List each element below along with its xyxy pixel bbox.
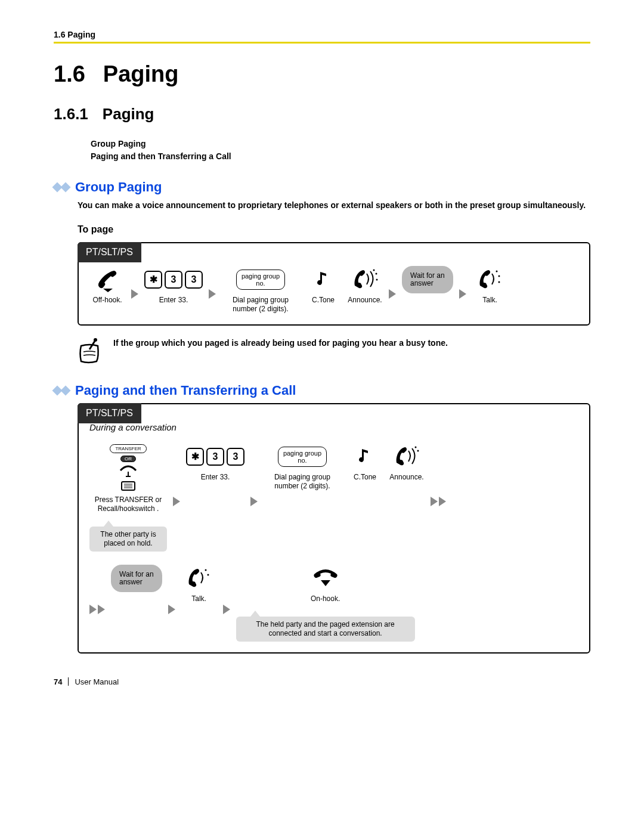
subsection-heading: 1.6.1 Paging [54, 105, 590, 123]
or-badge: OR [120, 456, 136, 462]
step-offhook: Off-hook. [89, 267, 125, 305]
music-note-icon [317, 267, 330, 292]
step-wait: Wait for an answer [402, 267, 453, 296]
step-ctone: C.Tone [305, 267, 341, 305]
svg-point-5 [498, 281, 500, 283]
step-onhook-label: On-hook. [311, 594, 340, 603]
section-title: Paging [103, 61, 179, 87]
svg-point-4 [498, 275, 500, 277]
svg-point-9 [417, 450, 419, 451]
key-3b: 3 [185, 271, 203, 289]
arrow-icon [459, 289, 466, 299]
step-press-label: Press TRANSFER or Recall/hookswitch . [89, 496, 167, 513]
transfer-heading: Paging and then Transferring a Call [54, 383, 590, 398]
header-crumb: 1.6 Paging [54, 30, 590, 44]
callout-connected: The held party and the paged extension a… [236, 617, 415, 642]
to-page-label: To page [78, 224, 590, 235]
arrow-icon [173, 497, 180, 506]
hookswitch-icon [118, 465, 138, 478]
page-footer: 74 User Manual [54, 677, 590, 686]
svg-point-11 [207, 574, 209, 575]
step-talk-label-2: Talk. [191, 594, 206, 603]
step-dial-group-2: paging group no. Dial paging group numbe… [264, 444, 341, 491]
arrow-icon [131, 289, 138, 299]
arrow-icon [168, 605, 175, 614]
handset-speak-icon [393, 444, 420, 469]
subsection-number: 1.6.1 [54, 105, 88, 123]
step-wait-2: Wait for an answer [111, 566, 162, 591]
arrow-icon [209, 289, 216, 299]
svg-point-8 [415, 446, 417, 448]
step-talk-2: Talk. [181, 566, 217, 603]
step-announce: Announce. [347, 267, 383, 305]
group-paging-title: Group Paging [75, 179, 162, 195]
step-enter-label: Enter 33. [159, 296, 188, 305]
toc: Group Paging Paging and then Transferrin… [91, 138, 590, 163]
handset-speak-icon [476, 267, 504, 292]
diamond-bullet-icon [54, 184, 69, 191]
handset-speak-icon [351, 267, 379, 292]
wait-pill: Wait for an answer [111, 565, 162, 592]
procedure-transfer: PT/SLT/PS During a conversation TRANSFER… [78, 403, 590, 654]
step-dial-label-2: Dial paging group number (2 digits). [264, 473, 341, 491]
step-onhook: On-hook. The held party and the paged ex… [236, 566, 415, 642]
step-talk: Talk. [472, 267, 508, 305]
page-number: 74 [54, 677, 62, 686]
step-press-transfer: TRANSFER OR Press TRANSFER or Recall/hoo… [89, 444, 167, 552]
wait-pill: Wait for an answer [402, 266, 453, 293]
footer-manual: User Manual [75, 677, 119, 686]
arrow-icon [250, 497, 258, 506]
handset-onhook-icon [311, 566, 340, 591]
key-3b: 3 [227, 448, 244, 466]
step-dial-label: Dial paging group number (2 digits). [222, 296, 299, 314]
step-announce-2: Announce. [389, 444, 425, 482]
group-paging-desc: You can make a voice announcement to pro… [78, 200, 590, 211]
svg-point-2 [376, 278, 378, 280]
context-line: During a conversation [89, 422, 578, 432]
transfer-recall-icon: TRANSFER OR [104, 444, 152, 492]
note-pad-icon [78, 335, 103, 365]
key-star: ✱ [186, 448, 204, 466]
step-ctone-2: C.Tone [347, 444, 383, 482]
step-talk-label: Talk. [482, 296, 497, 305]
procedure-group-paging: PT/SLT/PS Off-hook. ✱ 3 3 Enter 33. pagi… [78, 242, 590, 326]
group-paging-heading: Group Paging [54, 179, 590, 195]
key-3a: 3 [165, 271, 182, 289]
music-note-icon [358, 444, 371, 469]
step-enter-label-2: Enter 33. [201, 473, 230, 482]
step-announce-label-2: Announce. [389, 473, 423, 482]
double-arrow-icon [89, 605, 105, 614]
footer-separator [68, 677, 69, 686]
step-ctone-label-2: C.Tone [354, 473, 376, 482]
note-text: If the group which you paged is already … [113, 335, 448, 348]
toc-item-2: Paging and then Transferring a Call [91, 150, 590, 163]
section-number: 1.6 [54, 61, 85, 87]
toc-item-1: Group Paging [91, 138, 590, 150]
paging-group-oval: paging group no. [278, 447, 327, 467]
arrow-icon [389, 289, 396, 299]
key-star: ✱ [144, 271, 162, 289]
svg-point-10 [205, 569, 206, 571]
step-announce-label: Announce. [348, 296, 382, 305]
key-3a: 3 [206, 448, 224, 466]
transfer-title: Paging and then Transferring a Call [75, 383, 296, 398]
procedure-tab: PT/SLT/PS [78, 403, 141, 423]
svg-point-1 [376, 272, 377, 274]
procedure-tab: PT/SLT/PS [78, 242, 141, 262]
transfer-button-icon: TRANSFER [110, 444, 146, 453]
note-busy-tone: If the group which you paged is already … [78, 335, 590, 365]
svg-point-0 [373, 269, 375, 271]
step-enter-code-2: ✱ 3 3 Enter 33. [186, 444, 244, 482]
double-arrow-icon [431, 497, 446, 506]
step-ctone-label: C.Tone [312, 296, 335, 305]
step-enter-code: ✱ 3 3 Enter 33. [144, 267, 203, 305]
section-heading: 1.6 Paging [54, 61, 590, 87]
callout-onhold: The other party is placed on hold. [89, 527, 167, 552]
subsection-title: Paging [103, 105, 154, 123]
arrow-icon [223, 605, 230, 614]
step-dial-group: paging group no. Dial paging group numbe… [222, 267, 299, 314]
handset-speak-icon [185, 566, 213, 591]
phone-base-icon [119, 480, 137, 492]
svg-point-3 [496, 270, 497, 272]
step-offhook-label: Off-hook. [92, 296, 122, 305]
